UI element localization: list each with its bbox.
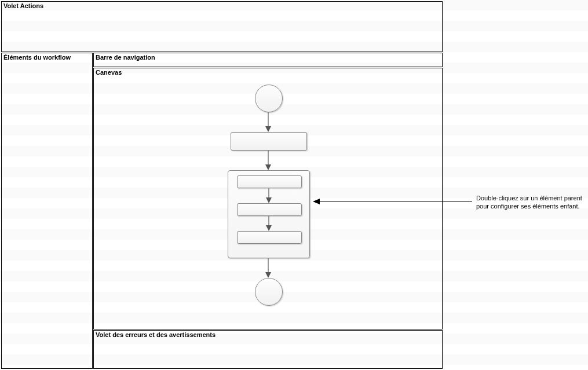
errors-pane: Volet des erreurs et des avertissements [93, 330, 443, 369]
svg-marker-1 [265, 126, 271, 132]
child-activity-node[interactable] [237, 231, 302, 244]
callout-arrow-icon [313, 197, 472, 206]
svg-marker-11 [313, 199, 320, 204]
start-node-icon[interactable] [255, 85, 283, 112]
svg-marker-5 [266, 197, 272, 203]
workflow-elements-pane: Éléments du workflow [1, 53, 93, 369]
actions-pane-label: Volet Actions [3, 2, 43, 9]
navigation-bar-label: Barre de navigation [96, 54, 155, 61]
activity-node[interactable] [231, 132, 307, 151]
actions-pane: Volet Actions [1, 1, 443, 52]
svg-marker-7 [266, 225, 272, 231]
arrow-icon [265, 188, 273, 203]
arrow-icon [264, 112, 272, 132]
canvas-label: Canevas [96, 69, 122, 76]
workflow-elements-label: Éléments du workflow [3, 54, 71, 61]
arrow-icon [264, 258, 272, 278]
callout-text: Double-cliquez sur un élément parent pou… [476, 195, 582, 211]
child-activity-node[interactable] [237, 175, 302, 188]
svg-marker-9 [265, 272, 271, 278]
svg-marker-3 [265, 164, 271, 170]
errors-pane-label: Volet des erreurs et des avertissements [96, 331, 216, 338]
child-activity-node[interactable] [237, 203, 302, 216]
callout-line-2: pour configurer ses éléments enfant. [476, 203, 580, 210]
callout-line-1: Double-cliquez sur un élément parent [476, 195, 582, 202]
parent-container-node[interactable] [228, 170, 310, 258]
arrow-icon [264, 151, 272, 170]
navigation-bar-pane: Barre de navigation [93, 53, 443, 67]
arrow-icon [265, 216, 273, 231]
end-node-icon[interactable] [255, 278, 283, 306]
